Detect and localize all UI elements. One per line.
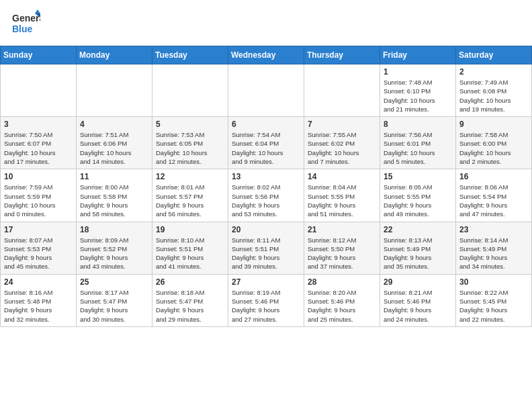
weekday-header-sunday: Sunday — [1, 46, 77, 64]
day-info: Sunrise: 8:11 AMSunset: 5:51 PMDaylight:… — [232, 236, 280, 271]
day-info: Sunrise: 8:02 AMSunset: 5:56 PMDaylight:… — [232, 183, 280, 218]
calendar-cell: 20Sunrise: 8:11 AMSunset: 5:51 PMDayligh… — [228, 222, 304, 274]
logo: General Blue — [11, 8, 40, 40]
day-number: 10 — [4, 172, 73, 181]
calendar-cell: 9Sunrise: 7:58 AMSunset: 6:00 PMDaylight… — [456, 117, 532, 169]
day-number: 9 — [459, 120, 528, 129]
weekday-header-row: SundayMondayTuesdayWednesdayThursdayFrid… — [1, 46, 532, 64]
day-info: Sunrise: 7:48 AMSunset: 6:10 PMDaylight:… — [384, 79, 435, 113]
calendar-week-4: 17Sunrise: 8:07 AMSunset: 5:53 PMDayligh… — [1, 222, 532, 274]
day-number: 23 — [459, 225, 528, 234]
day-info: Sunrise: 7:59 AMSunset: 5:59 PMDaylight:… — [4, 183, 56, 218]
calendar-cell — [228, 64, 304, 117]
day-info: Sunrise: 8:21 AMSunset: 5:46 PMDaylight:… — [384, 289, 432, 323]
day-number: 15 — [384, 172, 452, 181]
svg-text:Blue: Blue — [12, 24, 33, 34]
day-number: 18 — [80, 225, 148, 234]
calendar-cell: 27Sunrise: 8:19 AMSunset: 5:46 PMDayligh… — [228, 274, 304, 326]
calendar-cell: 1Sunrise: 7:48 AMSunset: 6:10 PMDaylight… — [380, 64, 456, 117]
day-info: Sunrise: 8:05 AMSunset: 5:55 PMDaylight:… — [384, 183, 432, 218]
calendar-cell: 3Sunrise: 7:50 AMSunset: 6:07 PMDaylight… — [1, 117, 77, 169]
calendar-cell: 16Sunrise: 8:06 AMSunset: 5:54 PMDayligh… — [456, 169, 532, 222]
weekday-header-wednesday: Wednesday — [228, 46, 304, 64]
calendar-cell: 12Sunrise: 8:01 AMSunset: 5:57 PMDayligh… — [152, 169, 228, 222]
day-number: 24 — [4, 277, 73, 287]
day-info: Sunrise: 8:01 AMSunset: 5:57 PMDaylight:… — [156, 183, 204, 218]
day-info: Sunrise: 8:18 AMSunset: 5:47 PMDaylight:… — [156, 289, 204, 323]
day-info: Sunrise: 8:13 AMSunset: 5:49 PMDaylight:… — [384, 236, 432, 271]
calendar-week-1: 1Sunrise: 7:48 AMSunset: 6:10 PMDaylight… — [1, 64, 532, 117]
day-info: Sunrise: 7:51 AMSunset: 6:06 PMDaylight:… — [80, 131, 132, 165]
day-number: 17 — [4, 225, 73, 234]
day-info: Sunrise: 8:06 AMSunset: 5:54 PMDaylight:… — [459, 183, 508, 218]
day-number: 2 — [459, 67, 528, 77]
svg-marker-2 — [35, 9, 40, 13]
day-number: 16 — [459, 172, 528, 181]
weekday-header-tuesday: Tuesday — [152, 46, 228, 64]
calendar-cell — [1, 64, 77, 117]
day-info: Sunrise: 8:04 AMSunset: 5:55 PMDaylight:… — [308, 183, 356, 218]
day-info: Sunrise: 8:07 AMSunset: 5:53 PMDaylight:… — [4, 236, 52, 271]
day-info: Sunrise: 8:16 AMSunset: 5:48 PMDaylight:… — [4, 289, 52, 323]
calendar-cell: 14Sunrise: 8:04 AMSunset: 5:55 PMDayligh… — [304, 169, 380, 222]
weekday-header-saturday: Saturday — [456, 46, 532, 64]
page-header: General Blue — [0, 0, 532, 46]
day-number: 19 — [156, 225, 224, 234]
day-number: 8 — [384, 120, 452, 129]
day-info: Sunrise: 7:54 AMSunset: 6:04 PMDaylight:… — [232, 131, 283, 165]
calendar-cell: 6Sunrise: 7:54 AMSunset: 6:04 PMDaylight… — [228, 117, 304, 169]
calendar-cell: 2Sunrise: 7:49 AMSunset: 6:08 PMDaylight… — [456, 64, 532, 117]
day-number: 20 — [232, 225, 300, 234]
day-info: Sunrise: 8:14 AMSunset: 5:49 PMDaylight:… — [459, 236, 508, 271]
calendar-cell: 25Sunrise: 8:17 AMSunset: 5:47 PMDayligh… — [77, 274, 152, 326]
day-number: 13 — [232, 172, 300, 181]
day-info: Sunrise: 8:17 AMSunset: 5:47 PMDaylight:… — [80, 289, 128, 323]
weekday-header-thursday: Thursday — [304, 46, 380, 64]
calendar-cell — [77, 64, 152, 117]
calendar-week-5: 24Sunrise: 8:16 AMSunset: 5:48 PMDayligh… — [1, 274, 532, 326]
day-info: Sunrise: 7:50 AMSunset: 6:07 PMDaylight:… — [4, 131, 56, 165]
day-number: 22 — [384, 225, 452, 234]
calendar-cell: 17Sunrise: 8:07 AMSunset: 5:53 PMDayligh… — [1, 222, 77, 274]
day-info: Sunrise: 8:09 AMSunset: 5:52 PMDaylight:… — [80, 236, 128, 271]
day-info: Sunrise: 8:12 AMSunset: 5:50 PMDaylight:… — [308, 236, 356, 271]
day-number: 7 — [308, 120, 376, 129]
calendar-cell: 28Sunrise: 8:20 AMSunset: 5:46 PMDayligh… — [304, 274, 380, 326]
day-info: Sunrise: 8:19 AMSunset: 5:46 PMDaylight:… — [232, 289, 280, 323]
day-number: 12 — [156, 172, 224, 181]
calendar-cell: 5Sunrise: 7:53 AMSunset: 6:05 PMDaylight… — [152, 117, 228, 169]
calendar-cell: 23Sunrise: 8:14 AMSunset: 5:49 PMDayligh… — [456, 222, 532, 274]
day-number: 6 — [232, 120, 300, 129]
day-number: 5 — [156, 120, 224, 129]
calendar-cell — [304, 64, 380, 117]
day-info: Sunrise: 7:58 AMSunset: 6:00 PMDaylight:… — [459, 131, 511, 165]
day-number: 30 — [459, 277, 528, 287]
weekday-header-friday: Friday — [380, 46, 456, 64]
day-number: 4 — [80, 120, 148, 129]
calendar-cell: 13Sunrise: 8:02 AMSunset: 5:56 PMDayligh… — [228, 169, 304, 222]
weekday-header-monday: Monday — [77, 46, 152, 64]
day-number: 28 — [308, 277, 376, 287]
calendar-cell: 8Sunrise: 7:56 AMSunset: 6:01 PMDaylight… — [380, 117, 456, 169]
calendar-cell: 26Sunrise: 8:18 AMSunset: 5:47 PMDayligh… — [152, 274, 228, 326]
day-info: Sunrise: 7:53 AMSunset: 6:05 PMDaylight:… — [156, 131, 208, 165]
calendar-week-2: 3Sunrise: 7:50 AMSunset: 6:07 PMDaylight… — [1, 117, 532, 169]
day-info: Sunrise: 7:49 AMSunset: 6:08 PMDaylight:… — [459, 79, 511, 113]
calendar-cell: 4Sunrise: 7:51 AMSunset: 6:06 PMDaylight… — [77, 117, 152, 169]
day-number: 25 — [80, 277, 148, 287]
day-info: Sunrise: 8:10 AMSunset: 5:51 PMDaylight:… — [156, 236, 204, 271]
calendar-cell: 22Sunrise: 8:13 AMSunset: 5:49 PMDayligh… — [380, 222, 456, 274]
calendar-cell: 30Sunrise: 8:22 AMSunset: 5:45 PMDayligh… — [456, 274, 532, 326]
calendar-body: 1Sunrise: 7:48 AMSunset: 6:10 PMDaylight… — [1, 64, 532, 327]
day-number: 3 — [4, 120, 73, 129]
calendar-cell: 19Sunrise: 8:10 AMSunset: 5:51 PMDayligh… — [152, 222, 228, 274]
calendar-header: SundayMondayTuesdayWednesdayThursdayFrid… — [1, 46, 532, 64]
calendar-cell: 7Sunrise: 7:55 AMSunset: 6:02 PMDaylight… — [304, 117, 380, 169]
day-number: 29 — [384, 277, 452, 287]
calendar-cell: 18Sunrise: 8:09 AMSunset: 5:52 PMDayligh… — [77, 222, 152, 274]
calendar-cell: 21Sunrise: 8:12 AMSunset: 5:50 PMDayligh… — [304, 222, 380, 274]
day-number: 21 — [308, 225, 376, 234]
calendar-cell: 11Sunrise: 8:00 AMSunset: 5:58 PMDayligh… — [77, 169, 152, 222]
day-number: 11 — [80, 172, 148, 181]
calendar-table: SundayMondayTuesdayWednesdayThursdayFrid… — [0, 46, 532, 327]
